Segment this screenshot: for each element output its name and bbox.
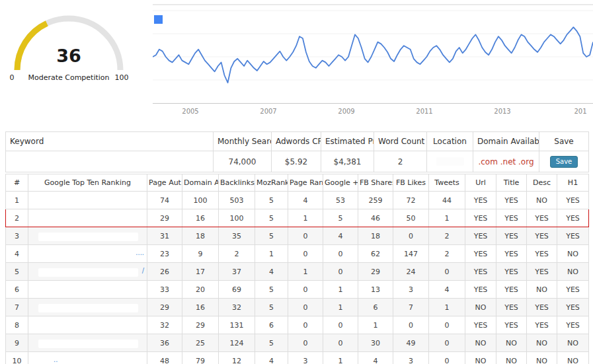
ranking-cell: 100	[219, 209, 255, 227]
ranking-cell: 5	[6, 263, 28, 281]
ranking-cell: 5	[255, 281, 288, 299]
ranking-cell: 5	[255, 299, 288, 316]
ranking-row-4: 4....2392100621472YESYESYESNO	[6, 245, 589, 263]
result-link-fragment[interactable]: /	[142, 267, 144, 274]
ranking-cell: NO	[527, 352, 557, 364]
redacted-url	[38, 286, 138, 295]
ranking-cell: 79	[182, 352, 219, 364]
ranking-row-6: 63320695011334YESYESNOYES	[6, 281, 589, 299]
ranking-cell: YES	[496, 227, 527, 245]
save-cell: Save	[539, 151, 589, 172]
ranking-cell: 25	[182, 334, 219, 352]
ranking-cell: 69	[219, 281, 255, 299]
ranking-cell: 29	[147, 299, 182, 316]
ranking-cell: YES	[496, 209, 527, 227]
keyword-table-header-word-count: Word Count	[374, 132, 427, 151]
ranking-cell: YES	[496, 316, 527, 334]
ranking-cell: YES	[557, 209, 589, 227]
ranking-cell: YES	[496, 281, 527, 299]
ranking-cell: 0	[323, 334, 358, 352]
ranking-cell: 53	[323, 192, 358, 209]
redacted-url	[38, 268, 138, 277]
result-link-fragment[interactable]: ..	[54, 356, 58, 363]
x-axis-tick-label: 2007	[260, 108, 276, 115]
ranking-result-cell	[28, 316, 147, 334]
ranking-row-9: 9362512450030490NONONONO	[6, 334, 589, 352]
ranking-cell: NO	[527, 281, 557, 299]
ranking-cell: 503	[219, 192, 255, 209]
ranking-cell: 8	[6, 316, 28, 334]
result-link-fragment[interactable]: ....	[136, 249, 144, 256]
keyword-table-header-monthly-searches: Monthly Searches	[214, 132, 272, 151]
ranking-cell: 3	[288, 352, 323, 364]
trend-line	[153, 27, 593, 83]
ranking-cell: 0	[393, 227, 429, 245]
ranking-cell: 23	[147, 245, 182, 263]
ranking-cell: 16	[182, 209, 219, 227]
keyword-table-header-adwords-cpc: Adwords CPC	[272, 132, 321, 151]
redacted-url	[38, 322, 138, 330]
ranking-cell: 72	[393, 192, 429, 209]
ranking-cell: 0	[323, 245, 358, 263]
ranking-cell: 29	[147, 209, 182, 227]
redacted-url	[38, 197, 138, 205]
redacted-url	[38, 250, 138, 259]
ranking-cell: 0	[429, 263, 465, 281]
ranking-cell: 35	[219, 227, 255, 245]
ranking-cell: 2	[6, 209, 28, 227]
ranking-cell: 147	[393, 245, 429, 263]
ranking-cell: 0	[393, 316, 429, 334]
ranking-cell: NO	[527, 192, 557, 209]
ranking-cell: 26	[147, 263, 182, 281]
ranking-cell: 36	[147, 334, 182, 352]
domain-availability-cell[interactable]: .com .net .org	[473, 151, 539, 172]
ranking-header-domain-a-: Domain A..	[182, 174, 219, 192]
ranking-cell: YES	[527, 263, 557, 281]
ranking-cell: YES	[557, 281, 589, 299]
save-button[interactable]: Save	[550, 156, 578, 168]
ranking-cell: YES	[527, 316, 557, 334]
competition-gauge: 36 0 Moderate Competition 100	[3, 3, 141, 85]
ranking-cell: 2	[219, 245, 255, 263]
gauge-caption: Moderate Competition	[28, 73, 109, 82]
legend-swatch-icon	[154, 15, 163, 24]
ranking-cell: NO	[527, 334, 557, 352]
ranking-row-3: 33118355041802YESYESYESYES	[6, 227, 589, 245]
ranking-header-title: Title	[496, 174, 527, 192]
ranking-cell: YES	[465, 209, 496, 227]
ranking-cell: 32	[147, 316, 182, 334]
search-trends-chart: 20052007200920112013201	[153, 4, 593, 118]
ranking-cell: 0	[288, 316, 323, 334]
ranking-cell: 5	[255, 334, 288, 352]
ranking-cell: YES	[465, 263, 496, 281]
ranking-cell: YES	[527, 299, 557, 316]
ranking-cell: 4	[255, 263, 288, 281]
ranking-cell: 0	[288, 245, 323, 263]
ranking-header-num: #	[6, 174, 28, 192]
ranking-cell: YES	[465, 227, 496, 245]
ranking-cell: 0	[288, 281, 323, 299]
ranking-header-page-rank: Page Rank	[288, 174, 323, 192]
ranking-cell: NO	[496, 334, 527, 352]
ranking-result-cell	[28, 334, 147, 352]
ranking-cell: 4	[323, 227, 358, 245]
ranking-cell: 3	[393, 281, 429, 299]
ranking-cell: YES	[465, 192, 496, 209]
ranking-cell: NO	[557, 245, 589, 263]
ranking-cell: 2	[429, 227, 465, 245]
ranking-cell: 131	[219, 316, 255, 334]
ranking-cell: 1	[429, 299, 465, 316]
ranking-cell: 7	[6, 299, 28, 316]
ranking-cell: 44	[429, 192, 465, 209]
keyword-cell	[6, 151, 214, 172]
ranking-cell: 2	[429, 245, 465, 263]
ranking-cell: 1	[323, 352, 358, 364]
ranking-cell: 4	[6, 245, 28, 263]
ranking-cell: 7	[393, 299, 429, 316]
ranking-result-cell	[28, 281, 147, 299]
ranking-header-url: Url	[465, 174, 496, 192]
ranking-cell: NO	[465, 334, 496, 352]
x-axis-tick-label: 2005	[182, 108, 198, 115]
ranking-cell: 5	[255, 227, 288, 245]
ranking-cell: 46	[358, 209, 393, 227]
